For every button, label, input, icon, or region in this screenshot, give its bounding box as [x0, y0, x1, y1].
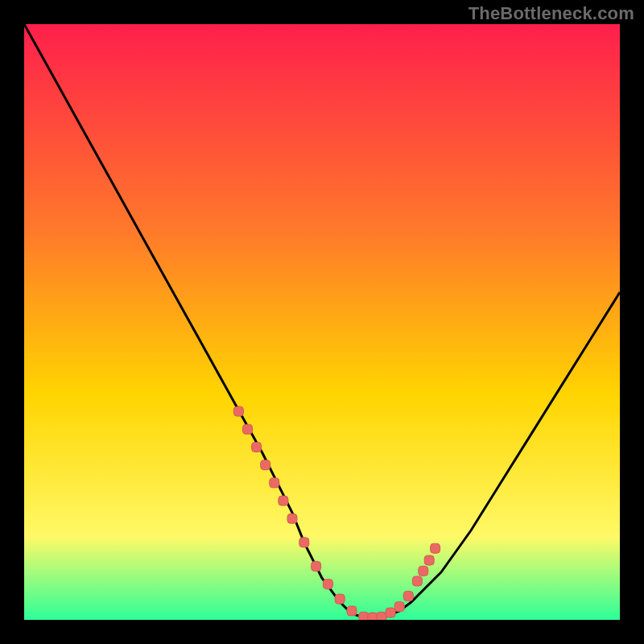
curve-marker	[270, 478, 279, 488]
watermark-text: TheBottleneck.com	[469, 3, 634, 24]
bottleneck-chart	[24, 24, 620, 620]
curve-marker	[323, 580, 332, 589]
curve-marker	[261, 460, 270, 470]
curve-marker	[394, 602, 404, 612]
curve-marker	[431, 543, 440, 553]
curve-marker	[233, 407, 243, 416]
plot-area	[24, 24, 620, 620]
curve-marker	[359, 612, 369, 620]
curve-marker	[347, 606, 357, 616]
curve-marker	[299, 538, 309, 547]
gradient-background	[24, 24, 620, 620]
curve-marker	[335, 594, 345, 604]
curve-marker	[377, 612, 386, 620]
curve-marker	[312, 561, 321, 571]
curve-marker	[279, 496, 288, 506]
curve-marker	[368, 613, 378, 620]
chart-frame: TheBottleneck.com	[0, 0, 644, 644]
curve-marker	[403, 591, 413, 601]
curve-marker	[252, 442, 262, 452]
curve-marker	[386, 608, 395, 617]
curve-marker	[412, 576, 422, 586]
curve-marker	[243, 424, 253, 434]
curve-marker	[419, 566, 428, 576]
curve-marker	[424, 555, 434, 565]
curve-marker	[287, 514, 297, 523]
